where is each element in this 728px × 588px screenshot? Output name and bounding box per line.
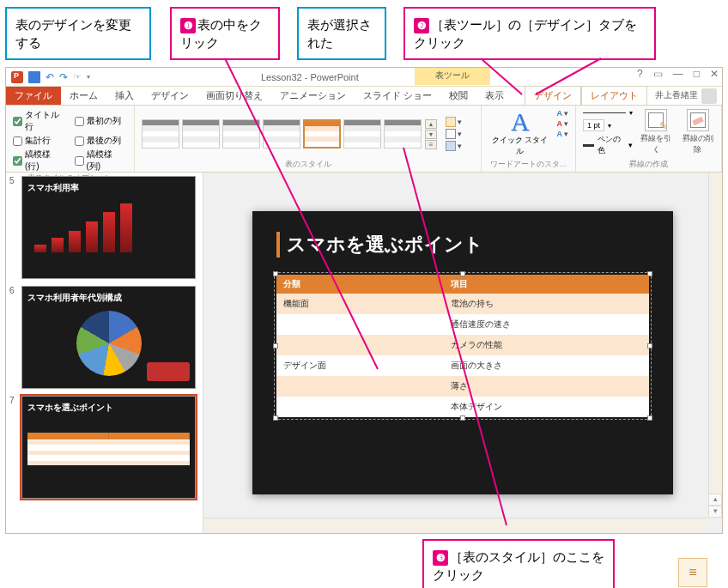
touch-mode-icon[interactable]: ☞	[73, 71, 82, 82]
eraser-button[interactable]: 罫線の削除	[682, 109, 715, 155]
table-header[interactable]: 項目	[444, 275, 649, 294]
next-slide-icon[interactable]: ▾	[708, 506, 722, 518]
slide-thumb-5[interactable]: 5 スマホ利用率	[9, 176, 196, 279]
slide-thumbnail-panel[interactable]: 5 スマホ利用率 6 スマホ利用者年代別構成	[6, 173, 203, 533]
text-fill-button[interactable]: A▾	[557, 109, 569, 118]
check-total-row[interactable]: 集計行	[13, 135, 66, 147]
style-thumb[interactable]	[263, 119, 300, 149]
check-banded-rows[interactable]: 縞模様 (行)	[13, 149, 66, 173]
save-icon[interactable]	[28, 71, 40, 83]
slide-number: 6	[9, 286, 18, 389]
borders-button[interactable]: ▾	[446, 129, 462, 139]
shading-button[interactable]: ▾	[446, 117, 462, 127]
slide-thumb-7[interactable]: 7 スマホを選ぶポイント	[9, 396, 196, 499]
qat-dropdown-icon[interactable]: ▾	[87, 73, 90, 81]
tab-insert[interactable]: 挿入	[106, 87, 143, 105]
group-wordart: A クイック スタイル A▾ A▾ A▾ ワードアートのスタ…	[482, 106, 576, 172]
slide-thumb-6[interactable]: 6 スマホ利用者年代別構成	[9, 286, 196, 389]
step-3-callout: ❸［表のスタイル］のここをクリック	[422, 539, 615, 588]
tab-review[interactable]: 校閲	[440, 87, 476, 105]
gallery-down-icon[interactable]: ▾	[425, 130, 437, 139]
slide-table[interactable]: 分類 項目 機能面電池の持ち 通信速度の速さ カメラの性能 デザイン面画面の大き…	[276, 275, 649, 417]
slide-title[interactable]: スマホを選ぶポイント	[276, 232, 649, 258]
table-row[interactable]: 通信速度の速さ	[276, 314, 649, 335]
draw-table-icon	[645, 109, 667, 131]
tab-file[interactable]: ファイル	[6, 87, 61, 105]
help-icon[interactable]: ?	[637, 68, 643, 80]
step-3-text: ［表のスタイル］のここをクリック	[433, 549, 604, 582]
tab-home[interactable]: ホーム	[61, 87, 106, 105]
prev-slide-icon[interactable]: ▴	[708, 494, 722, 506]
ribbon-tabs: ファイル ホーム 挿入 デザイン 画面切り替え アニメーション スライド ショー…	[6, 87, 722, 106]
table-header[interactable]: 分類	[276, 275, 444, 294]
check-first-col[interactable]: 最初の列	[75, 109, 128, 133]
text-effects-button[interactable]: A▾	[557, 130, 569, 138]
table-row[interactable]: デザイン面画面の大きさ	[276, 355, 649, 376]
minimize-icon[interactable]: —	[673, 68, 683, 80]
effects-button[interactable]: ▾	[446, 141, 462, 151]
slide-canvas[interactable]: スマホを選ぶポイント 分類 項目 機能面電池の持ち	[252, 211, 673, 494]
horizontal-scrollbar[interactable]	[203, 518, 708, 533]
gallery-more-icon[interactable]: ≡	[425, 140, 437, 149]
slide-number: 7	[9, 396, 18, 499]
tab-view[interactable]: 表示	[476, 87, 513, 105]
pen-weight[interactable]: 1 pt▾	[583, 119, 633, 131]
style-thumb[interactable]	[384, 119, 422, 149]
style-thumb[interactable]	[343, 119, 381, 149]
table-thumb	[27, 433, 190, 465]
user-avatar[interactable]	[701, 88, 717, 104]
check-banded-cols[interactable]: 縞模様 (列)	[75, 149, 128, 173]
tab-design[interactable]: デザイン	[143, 87, 197, 105]
tab-transitions[interactable]: 画面切り替え	[197, 87, 271, 105]
undo-icon[interactable]: ↶	[46, 71, 54, 83]
style-thumb-selected[interactable]	[303, 119, 341, 149]
style-thumb[interactable]	[222, 119, 260, 149]
style-thumb[interactable]	[142, 119, 179, 149]
quick-access-toolbar: ↶ ↷ ☞ ▾	[6, 71, 95, 83]
redo-icon[interactable]: ↷	[59, 71, 68, 83]
gallery-up-icon[interactable]: ▴	[425, 119, 437, 129]
close-icon[interactable]: ✕	[710, 68, 719, 80]
group-label-wordart: ワードアートのスタ…	[488, 159, 568, 170]
titlebar: ↶ ↷ ☞ ▾ Lesson32 - PowerPoint 表ツール ? ▭ —…	[6, 68, 722, 87]
tab-slideshow[interactable]: スライド ショー	[355, 87, 440, 105]
table-style-gallery[interactable]	[142, 119, 422, 149]
step-2-text: ［表ツール］の［デザイン］タブをクリック	[414, 17, 637, 50]
effects-icon	[446, 141, 456, 151]
pie-callout	[147, 362, 190, 381]
window-title: Lesson32 - PowerPoint	[261, 72, 359, 82]
step-1-callout: ❶表の中をクリック	[170, 7, 280, 60]
table-row[interactable]: 機能面電池の持ち	[276, 294, 649, 314]
table-row[interactable]: カメラの性能	[276, 335, 649, 355]
table-row[interactable]: 本体デザイン	[276, 397, 649, 417]
app-icon	[11, 71, 23, 83]
text-outline-button[interactable]: A▾	[557, 119, 569, 128]
table-object[interactable]: 分類 項目 機能面電池の持ち 通信速度の速さ カメラの性能 デザイン面画面の大き…	[276, 275, 649, 417]
thumb-title: スマホを選ぶポイント	[27, 402, 190, 414]
group-table-styles: ▴ ▾ ≡ ▾ ▾ ▾ 表のスタイル	[135, 106, 482, 172]
powerpoint-window: ↶ ↷ ☞ ▾ Lesson32 - PowerPoint 表ツール ? ▭ —…	[5, 67, 723, 534]
quick-styles-button[interactable]: クイック スタイル	[488, 135, 552, 157]
ribbon-options-icon[interactable]: ▭	[653, 68, 663, 80]
tab-animations[interactable]: アニメーション	[271, 87, 355, 105]
fill-icon	[446, 117, 456, 127]
table-row[interactable]: 薄さ	[276, 376, 649, 397]
slide-editor[interactable]: スマホを選ぶポイント 分類 項目 機能面電池の持ち	[203, 173, 722, 533]
instruction-title: 表のデザインを変更する	[5, 7, 151, 60]
next-page-button[interactable]: ≡	[678, 558, 707, 587]
maximize-icon[interactable]: □	[694, 68, 700, 80]
vertical-scrollbar[interactable]	[708, 173, 722, 518]
tab-table-layout[interactable]: レイアウト	[581, 86, 647, 105]
user-name: 井上香緒里	[655, 89, 698, 101]
check-header-row[interactable]: タイトル行	[13, 109, 66, 133]
gallery-expand[interactable]: ▴ ▾ ≡	[425, 119, 437, 149]
check-last-col[interactable]: 最後の列	[75, 135, 128, 147]
draw-table-button[interactable]: 罫線を引く	[640, 109, 673, 155]
slide-number: 5	[9, 176, 18, 279]
eraser-icon	[687, 109, 709, 131]
group-label-borders: 罫線の作成	[583, 159, 714, 170]
pen-color-button[interactable]: ペンの色 ▾	[583, 134, 633, 156]
style-thumb[interactable]	[182, 119, 220, 149]
pen-style[interactable]: ▾	[583, 109, 633, 117]
tab-table-design[interactable]: デザイン	[525, 86, 581, 105]
